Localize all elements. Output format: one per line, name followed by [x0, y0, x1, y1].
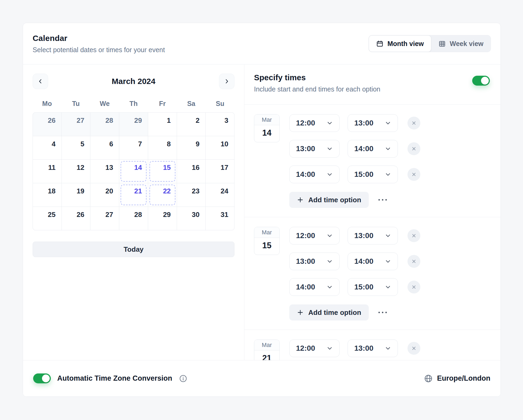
day-number: 12 [77, 163, 84, 172]
calendar-day-11[interactable]: 11 [33, 160, 61, 183]
end-time-select[interactable]: 14:00 [348, 140, 398, 158]
calendar-day-9[interactable]: 9 [177, 136, 206, 159]
remove-time-option-button[interactable] [407, 229, 420, 242]
end-time-select[interactable]: 14:00 [348, 253, 398, 270]
day-number: 31 [221, 211, 228, 219]
calendar-day-23[interactable]: 23 [177, 183, 206, 207]
chevron-down-icon [326, 146, 333, 152]
timezone-conversion-label: Automatic Time Zone Conversion [57, 374, 172, 383]
today-button[interactable]: Today [33, 242, 234, 257]
table-icon [439, 40, 446, 47]
timezone-selector[interactable]: Europe/London [424, 374, 490, 383]
card-footer: Automatic Time Zone Conversion Europe/Lo… [23, 360, 501, 396]
header-text: Calendar Select potential dates or times… [33, 34, 165, 54]
add-row: Add time option [289, 304, 420, 320]
calendar-day-1[interactable]: 1 [148, 113, 177, 136]
remove-time-option-button[interactable] [407, 117, 420, 129]
start-time-select[interactable]: 14:00 [289, 166, 340, 183]
chevron-down-icon [326, 258, 333, 265]
start-time-select[interactable]: 13:00 [289, 253, 340, 270]
add-time-option-button[interactable]: Add time option [289, 192, 369, 208]
day-number: 6 [109, 140, 113, 148]
calendar-day-20[interactable]: 20 [90, 183, 119, 207]
timezone-conversion-toggle[interactable] [33, 373, 51, 383]
start-time-select[interactable]: 12:00 [289, 114, 340, 132]
calendar-day-22[interactable]: 22 [148, 183, 177, 207]
calendar-day-30[interactable]: 30 [177, 207, 206, 230]
day-number: 26 [48, 116, 56, 125]
week-view-button[interactable]: Week view [431, 35, 491, 52]
chevron-down-icon [385, 171, 391, 178]
day-number: 22 [163, 187, 171, 195]
calendar-day-14[interactable]: 14 [119, 160, 148, 183]
calendar-day-3[interactable]: 3 [206, 113, 234, 136]
day-number: 11 [48, 163, 56, 172]
info-icon[interactable] [179, 375, 187, 383]
calendar-day-8[interactable]: 8 [148, 136, 177, 159]
calendar-day-15[interactable]: 15 [148, 160, 177, 183]
calendar-day-27-out[interactable]: 27 [62, 113, 90, 136]
calendar-day-28[interactable]: 28 [119, 207, 148, 230]
calendar-day-18[interactable]: 18 [33, 183, 61, 207]
calendar-day-31[interactable]: 31 [206, 207, 234, 230]
next-month-button[interactable] [219, 74, 234, 89]
view-button-label: Week view [450, 40, 483, 48]
time-slot-row: 12:00 13:00 [289, 227, 420, 245]
start-time-select[interactable]: 12:00 [289, 339, 340, 357]
remove-time-option-button[interactable] [407, 342, 420, 355]
prev-month-button[interactable] [33, 74, 48, 89]
calendar-day-13[interactable]: 13 [90, 160, 119, 183]
date-chip-day: 21 [254, 350, 279, 360]
calendar-day-21[interactable]: 21 [119, 183, 148, 207]
calendar-day-17[interactable]: 17 [206, 160, 234, 183]
calendar-day-19[interactable]: 19 [62, 183, 90, 207]
specify-times-toggle[interactable] [472, 76, 490, 86]
end-time-select[interactable]: 15:00 [348, 166, 398, 183]
calendar-day-28-out[interactable]: 28 [90, 113, 119, 136]
remove-time-option-button[interactable] [407, 255, 420, 268]
remove-time-option-button[interactable] [407, 168, 420, 181]
calendar-day-6[interactable]: 6 [90, 136, 119, 159]
calendar-day-25[interactable]: 25 [33, 207, 61, 230]
calendar-day-29-out[interactable]: 29 [119, 113, 148, 136]
calendar-day-4[interactable]: 4 [33, 136, 61, 159]
start-time-select[interactable]: 12:00 [289, 227, 340, 245]
calendar-day-24[interactable]: 24 [206, 183, 234, 207]
start-time-select[interactable]: 14:00 [289, 278, 340, 296]
calendar-day-5[interactable]: 5 [62, 136, 90, 159]
times-subtitle: Include start and end times for each opt… [254, 85, 491, 93]
month-view-button[interactable]: Month view [369, 35, 431, 52]
calendar-day-29[interactable]: 29 [148, 207, 177, 230]
remove-time-option-button[interactable] [407, 281, 420, 293]
calendar-day-26-out[interactable]: 26 [33, 113, 61, 136]
end-time-select[interactable]: 13:00 [348, 339, 398, 357]
more-options-button[interactable] [377, 311, 388, 314]
timezone-value: Europe/London [437, 374, 490, 383]
start-time-select[interactable]: 13:00 [289, 140, 340, 158]
remove-time-option-button[interactable] [407, 142, 420, 155]
more-options-button[interactable] [377, 198, 388, 201]
add-time-option-button[interactable]: Add time option [289, 304, 369, 320]
end-time-value: 14:00 [354, 257, 374, 266]
close-icon [412, 259, 416, 264]
calendar-day-10[interactable]: 10 [206, 136, 234, 159]
day-number: 2 [196, 116, 199, 125]
end-time-select[interactable]: 15:00 [348, 278, 398, 296]
end-time-select[interactable]: 13:00 [348, 227, 398, 245]
page-subtitle: Select potential dates or times for your… [33, 46, 165, 54]
calendar-day-16[interactable]: 16 [177, 160, 206, 183]
ellipsis-icon [377, 198, 388, 201]
time-groups[interactable]: Mar 14 12:00 13:00 13:00 [244, 105, 501, 360]
calendar-day-2[interactable]: 2 [177, 113, 206, 136]
end-time-select[interactable]: 13:00 [348, 114, 398, 132]
calendar-day-27[interactable]: 27 [90, 207, 119, 230]
calendar-day-26[interactable]: 26 [62, 207, 90, 230]
day-number: 3 [225, 116, 228, 125]
calendar-day-7[interactable]: 7 [119, 136, 148, 159]
date-chip-month: Mar [254, 227, 279, 238]
date-chip-month: Mar [254, 114, 279, 125]
calendar-day-12[interactable]: 12 [62, 160, 90, 183]
end-time-value: 13:00 [354, 119, 374, 127]
card-header: Calendar Select potential dates or times… [23, 23, 501, 64]
day-number: 30 [192, 211, 199, 219]
